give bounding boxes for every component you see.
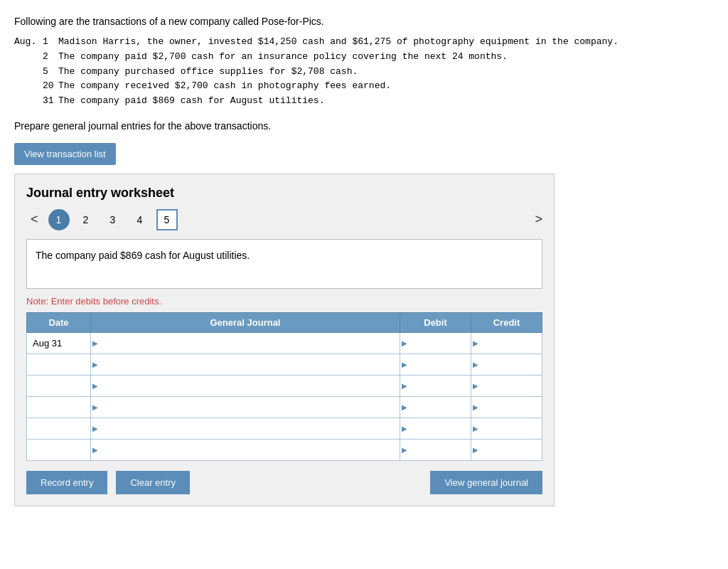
- journal-table: Date General Journal Debit Credit Aug 31: [26, 312, 542, 461]
- gj-cell-4[interactable]: [91, 396, 400, 418]
- view-transaction-button[interactable]: View transaction list: [14, 143, 116, 165]
- aug-label: Aug.: [14, 35, 43, 50]
- trans-month-spacer2: [14, 65, 43, 80]
- transactions-block: Aug. 1 Madison Harris, the owner, invest…: [14, 35, 714, 109]
- debit-cell-6[interactable]: [400, 439, 471, 460]
- trans-4: The company received $2,700 cash in phot…: [58, 79, 391, 94]
- date-cell-2: [27, 353, 91, 375]
- nav-tab-3[interactable]: 3: [102, 209, 124, 230]
- debit-input-3[interactable]: [405, 381, 466, 391]
- credit-cell-4[interactable]: [471, 396, 542, 418]
- col-date: Date: [27, 312, 91, 332]
- note-text: Note: Enter debits before credits.: [26, 296, 542, 307]
- intro-text: Following are the transactions of a new …: [14, 14, 714, 29]
- gj-input-5[interactable]: [95, 423, 395, 434]
- worksheet-title: Journal entry worksheet: [26, 186, 542, 201]
- gj-cell-5[interactable]: [91, 418, 400, 439]
- debit-cell-2[interactable]: [400, 353, 471, 375]
- gj-input-3[interactable]: [95, 381, 395, 391]
- debit-input-6[interactable]: [405, 445, 466, 455]
- trans-month-spacer: [14, 50, 43, 65]
- nav-tab-4[interactable]: 4: [129, 209, 151, 230]
- date-cell-5: [27, 418, 91, 439]
- debit-cell-3[interactable]: [400, 375, 471, 396]
- debit-input-5[interactable]: [405, 423, 466, 434]
- date-cell-3: [27, 375, 91, 396]
- credit-cell-1[interactable]: [471, 332, 542, 353]
- nav-tab-2[interactable]: 2: [75, 209, 97, 230]
- gj-cell-2[interactable]: [91, 353, 400, 375]
- record-entry-button[interactable]: Record entry: [26, 471, 107, 494]
- table-row: [27, 375, 542, 396]
- col-debit: Debit: [400, 312, 471, 332]
- nav-left-arrow[interactable]: <: [26, 211, 43, 228]
- credit-input-1[interactable]: [476, 338, 537, 349]
- worksheet-container: Journal entry worksheet < 1 2 3 4 5 > Th…: [14, 174, 555, 506]
- gj-input-4[interactable]: [95, 402, 395, 413]
- day-5: 5: [43, 65, 58, 80]
- credit-input-2[interactable]: [476, 359, 537, 370]
- trans-5: The company paid $869 cash for August ut…: [58, 94, 324, 109]
- trans-2: The company paid $2,700 cash for an insu…: [58, 50, 508, 65]
- table-row: [27, 418, 542, 439]
- debit-input-2[interactable]: [405, 359, 466, 370]
- nav-tab-1[interactable]: 1: [48, 209, 70, 230]
- col-general-journal: General Journal: [91, 312, 400, 332]
- day-20: 20: [43, 79, 58, 94]
- debit-cell-5[interactable]: [400, 418, 471, 439]
- gj-cell-1[interactable]: [91, 332, 400, 353]
- credit-input-3[interactable]: [476, 381, 537, 391]
- table-row: [27, 396, 542, 418]
- credit-cell-3[interactable]: [471, 375, 542, 396]
- credit-input-4[interactable]: [476, 402, 537, 413]
- debit-cell-4[interactable]: [400, 396, 471, 418]
- debit-input-4[interactable]: [405, 402, 466, 413]
- debit-input-1[interactable]: [405, 338, 466, 349]
- gj-input-2[interactable]: [95, 359, 395, 370]
- table-row: [27, 353, 542, 375]
- trans-month-spacer3: [14, 79, 43, 94]
- gj-cell-6[interactable]: [91, 439, 400, 460]
- nav-right-arrow[interactable]: >: [535, 212, 542, 227]
- view-general-journal-button[interactable]: View general journal: [430, 471, 542, 494]
- transaction-description: The company paid $869 cash for August ut…: [26, 239, 542, 289]
- col-credit: Credit: [471, 312, 542, 332]
- table-row: [27, 439, 542, 460]
- day-31: 31: [43, 94, 58, 109]
- buttons-row: Record entry Clear entry View general jo…: [26, 471, 542, 494]
- credit-cell-2[interactable]: [471, 353, 542, 375]
- date-cell-1: Aug 31: [27, 332, 91, 353]
- trans-3: The company purchased office supplies fo…: [58, 65, 358, 80]
- day-2: 2: [43, 50, 58, 65]
- date-cell-6: [27, 439, 91, 460]
- table-row: Aug 31: [27, 332, 542, 353]
- gj-input-1[interactable]: [95, 338, 395, 349]
- credit-cell-5[interactable]: [471, 418, 542, 439]
- trans-1: Madison Harris, the owner, invested $14,…: [58, 35, 619, 50]
- clear-entry-button[interactable]: Clear entry: [116, 471, 190, 494]
- gj-cell-3[interactable]: [91, 375, 400, 396]
- nav-row: < 1 2 3 4 5 >: [26, 209, 542, 230]
- gj-input-6[interactable]: [95, 445, 395, 455]
- prepare-text: Prepare general journal entries for the …: [14, 120, 714, 132]
- trans-month-spacer4: [14, 94, 43, 109]
- nav-tab-5[interactable]: 5: [156, 209, 178, 230]
- day-1: 1: [43, 35, 58, 50]
- credit-input-5[interactable]: [476, 423, 537, 434]
- credit-input-6[interactable]: [476, 445, 537, 455]
- debit-cell-1[interactable]: [400, 332, 471, 353]
- credit-cell-6[interactable]: [471, 439, 542, 460]
- date-cell-4: [27, 396, 91, 418]
